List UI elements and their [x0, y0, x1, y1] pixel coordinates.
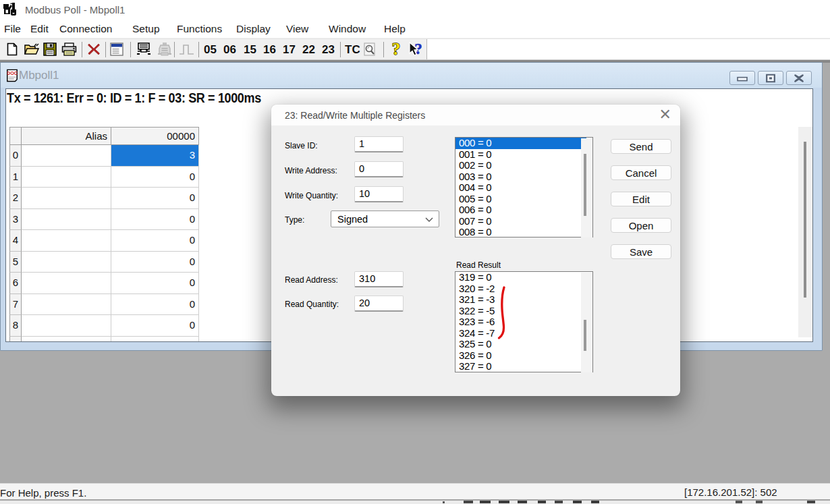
- svg-text:DOC: DOC: [7, 70, 18, 76]
- svg-text:?: ?: [392, 41, 401, 58]
